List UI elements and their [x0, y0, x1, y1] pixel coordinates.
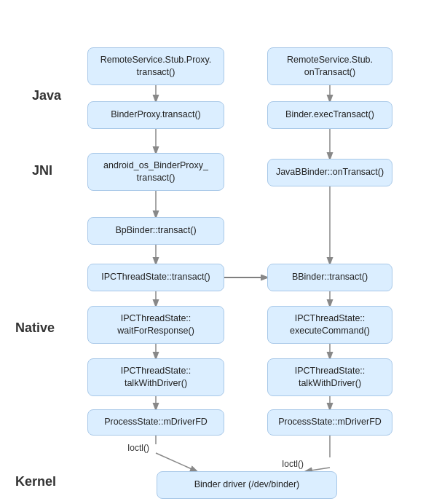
- box-processstate-mdriverfd-right: ProcessState::mDriverFD: [267, 409, 392, 436]
- svg-line-16: [156, 453, 197, 471]
- box-bpbinder-transact: BpBinder::transact(): [87, 217, 224, 245]
- box-ipcthreadstate-talkwithdriver-right: IPCThreadState:: talkWithDriver(): [267, 358, 392, 396]
- box-remote-service-stub-proxy-transact: RemoteService.Stub.Proxy. transact(): [87, 47, 224, 85]
- box-binderproxy-transact: BinderProxy.transact(): [87, 101, 224, 129]
- kernel-label: Kernel: [15, 474, 56, 489]
- box-binder-exectransact: Binder.execTransact(): [267, 101, 392, 129]
- diagram-container: Java JNI Native Kernel RemoteService.Stu…: [0, 0, 442, 504]
- jni-label: JNI: [32, 163, 52, 178]
- box-remote-service-stub-ontransact: RemoteService.Stub. onTransact(): [267, 47, 392, 85]
- box-ipcthreadstate-waitforresponse: IPCThreadState:: waitForResponse(): [87, 306, 224, 344]
- ioctl-label-right: Ioctl(): [282, 459, 304, 469]
- box-ipcthreadstate-executecommand: IPCThreadState:: executeCommand(): [267, 306, 392, 344]
- box-bbinder-transact: BBinder::transact(): [267, 264, 392, 291]
- ioctl-label-left: Ioctl(): [127, 443, 149, 453]
- box-binder-driver: Binder driver (/dev/binder): [157, 471, 337, 499]
- box-ipcthreadstate-talkwithdriver-left: IPCThreadState:: talkWithDriver(): [87, 358, 224, 396]
- box-processstate-mdriverfd-left: ProcessState::mDriverFD: [87, 409, 224, 436]
- box-ipcthreadstate-transact: IPCThreadState::transact(): [87, 264, 224, 291]
- native-label: Native: [15, 320, 55, 336]
- java-label: Java: [32, 88, 61, 103]
- box-javabbinder-ontransact: JavaBBinder::onTransact(): [267, 159, 392, 186]
- box-android-os-binderproxy-transact: android_os_BinderProxy_ transact(): [87, 153, 224, 191]
